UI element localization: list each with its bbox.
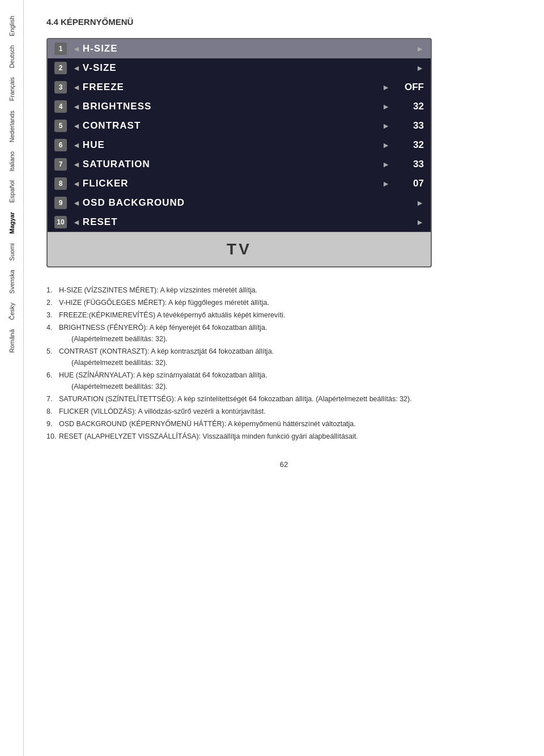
item-value-contrast: 33 [401, 120, 424, 131]
menu-item-reset[interactable]: 10 ◄ RESET ► [48, 213, 431, 232]
lang-english[interactable]: English [6, 11, 18, 41]
item-number-7: 7 [54, 158, 67, 171]
menu-item-osd[interactable]: 9 ◄ OSD BACKGROUND ► [48, 193, 431, 213]
item-value-brightness: 32 [401, 101, 424, 112]
item-value-hue: 32 [401, 139, 424, 151]
arrow-right-4: ► [382, 102, 390, 111]
item-label-vsize: V-SIZE [83, 62, 414, 74]
desc-item-2: 2. V-HIZE (FÜGGŐLEGES MÉRET): A kép függ… [46, 297, 521, 308]
item-label-saturation: SATURATION [83, 159, 380, 170]
page-number: 62 [46, 460, 521, 469]
menu-item-hsize[interactable]: 1 ◄ H-SIZE ► [48, 39, 431, 58]
item-number-2: 2 [54, 62, 67, 74]
lang-deutsch[interactable]: Deutsch [6, 41, 18, 73]
item-label-hsize: H-SIZE [83, 43, 414, 54]
arrow-right-9: ► [416, 198, 424, 207]
item-label-hue: HUE [83, 139, 380, 151]
menu-item-freeze[interactable]: 3 ◄ FREEZE ► OFF [48, 78, 431, 97]
arrow-right-8: ► [382, 179, 390, 188]
desc-item-3: 3. FREEZE:(KÉPKIMEREVÍTÉS) A tévéképerny… [46, 309, 521, 321]
main-content: 4.4 KÉPERNYŐMENÜ 1 ◄ H-SIZE ► 2 ◄ V-SIZE… [24, 0, 544, 756]
item-number-4: 4 [54, 100, 67, 113]
arrow-left-3: ◄ [73, 83, 80, 92]
arrow-left-2: ◄ [73, 63, 80, 73]
item-value-freeze: OFF [401, 82, 424, 93]
arrow-right-3: ► [382, 83, 390, 92]
arrow-right-7: ► [382, 160, 390, 169]
item-value-flicker: 07 [401, 178, 424, 189]
item-label-reset: RESET [83, 216, 414, 228]
desc-item-9: 9. OSD BACKGROUND (KÉPERNYŐMENÜ HÁTTÉR):… [46, 418, 521, 430]
language-sidebar: English Deutsch Français Nederlands Ital… [0, 0, 24, 756]
item-number-6: 6 [54, 139, 67, 151]
menu-item-flicker[interactable]: 8 ◄ FLICKER ► 07 [48, 174, 431, 193]
arrow-left-7: ◄ [73, 160, 80, 169]
menu-item-saturation[interactable]: 7 ◄ SATURATION ► 33 [48, 155, 431, 174]
lang-svenska[interactable]: Svenska [6, 265, 18, 298]
desc-item-1: 1. H-SIZE (VÍZSZINTES MÉRET): A kép vízs… [46, 284, 521, 296]
lang-italiano[interactable]: Italiano [6, 147, 18, 176]
desc-item-10: 10. RESET (ALAPHELYZET VISSZAÁLLÍTÁSA): … [46, 431, 521, 442]
arrow-right-6: ► [382, 141, 390, 150]
item-value-saturation: 33 [401, 159, 424, 170]
lang-cesky[interactable]: Česky [6, 298, 18, 325]
tv-label: TV [227, 240, 252, 258]
menu-item-vsize[interactable]: 2 ◄ V-SIZE ► [48, 58, 431, 78]
arrow-left-8: ◄ [73, 179, 80, 188]
arrow-left-6: ◄ [73, 141, 80, 150]
lang-suomi[interactable]: Suomi [6, 239, 18, 265]
arrow-right-1: ► [416, 44, 424, 53]
arrow-right-5: ► [382, 121, 390, 130]
item-number-9: 9 [54, 197, 67, 209]
lang-espanol[interactable]: Español [6, 176, 18, 207]
item-label-osd: OSD BACKGROUND [83, 197, 414, 209]
menu-item-brightness[interactable]: 4 ◄ BRIGHTNESS ► 32 [48, 97, 431, 116]
desc-item-6: 6. HUE (SZÍNÁRNYALAT): A kép színárnyala… [46, 369, 521, 392]
item-number-8: 8 [54, 177, 67, 190]
desc-item-7: 7. SATURATION (SZÍNTELÍTETTSÉG): A kép s… [46, 393, 521, 405]
item-number-3: 3 [54, 81, 67, 94]
arrow-left-9: ◄ [73, 198, 80, 207]
lang-magyar[interactable]: Magyar [6, 207, 18, 239]
item-number-10: 10 [54, 216, 67, 228]
section-title: 4.4 KÉPERNYŐMENÜ [46, 17, 521, 27]
arrow-left-10: ◄ [73, 218, 80, 227]
menu-area: 1 ◄ H-SIZE ► 2 ◄ V-SIZE ► 3 ◄ FREEZE ► O… [48, 39, 431, 232]
item-label-freeze: FREEZE [83, 82, 380, 93]
item-label-flicker: FLICKER [83, 178, 380, 189]
menu-item-hue[interactable]: 6 ◄ HUE ► 32 [48, 135, 431, 155]
lang-nederlands[interactable]: Nederlands [6, 106, 18, 147]
arrow-left-5: ◄ [73, 121, 80, 130]
item-label-contrast: CONTRAST [83, 120, 380, 131]
desc-item-8: 8. FLICKER (VILLÓDZÁS): A villódzás-szűr… [46, 406, 521, 417]
lang-romana[interactable]: Română [6, 325, 18, 358]
arrow-left-1: ◄ [73, 44, 80, 53]
menu-item-contrast[interactable]: 5 ◄ CONTRAST ► 33 [48, 116, 431, 135]
desc-item-4: 4. BRIGHTNESS (FÉNYERŐ): A kép fényerejé… [46, 322, 521, 345]
item-number-5: 5 [54, 120, 67, 132]
lang-francais[interactable]: Français [6, 73, 18, 105]
desc-item-5: 5. CONTRAST (KONTRASZT): A kép kontraszt… [46, 346, 521, 368]
arrow-right-10: ► [416, 218, 424, 227]
item-number-1: 1 [54, 43, 67, 55]
tv-screen: 1 ◄ H-SIZE ► 2 ◄ V-SIZE ► 3 ◄ FREEZE ► O… [46, 38, 432, 267]
item-label-brightness: BRIGHTNESS [83, 101, 380, 112]
description-list: 1. H-SIZE (VÍZSZINTES MÉRET): A kép vízs… [46, 284, 521, 443]
tv-label-area: TV [48, 232, 431, 266]
arrow-right-2: ► [416, 63, 424, 73]
arrow-left-4: ◄ [73, 102, 80, 111]
